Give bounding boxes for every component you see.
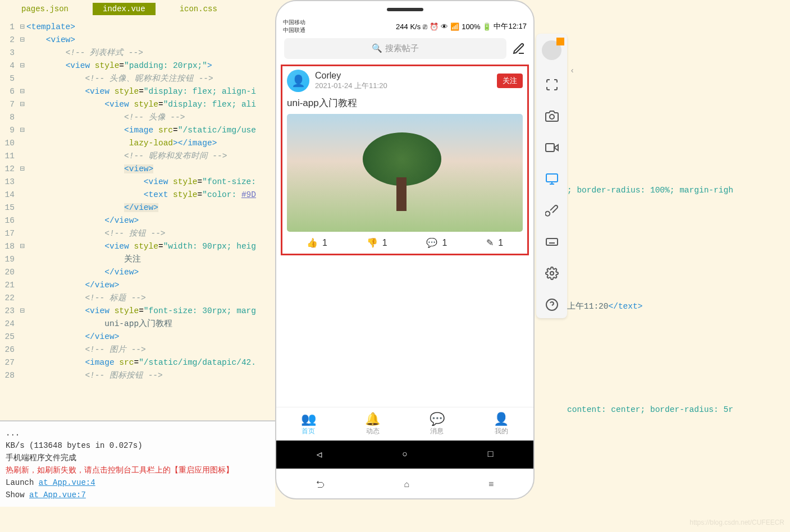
post-image[interactable] xyxy=(287,114,523,232)
watermark: https://blog.csdn.net/CUFEECR xyxy=(689,519,784,526)
android-navbar: ◁ ○ □ xyxy=(276,441,533,469)
back-button[interactable]: ◁ xyxy=(317,449,322,460)
tab-messages[interactable]: 💬 消息 xyxy=(430,412,445,436)
phone-notch xyxy=(387,8,423,11)
phone-preview: 中国移动 中国联通 244 K/s ⎚ ⏰ 👁 📶 100% 🔋 中午12:17… xyxy=(275,0,535,499)
tab-icon-css[interactable]: icon.css xyxy=(170,3,227,15)
tab-home[interactable]: 👥 首页 xyxy=(301,412,316,436)
post-card: 👤 Corley 2021-01-24 上午11:20 关注 uni-app入门… xyxy=(281,65,529,255)
tab-index-vue[interactable]: index.vue xyxy=(93,3,156,15)
svg-rect-2 xyxy=(546,174,558,182)
camera-icon[interactable] xyxy=(545,109,559,123)
tab-pages-json[interactable]: pages.json xyxy=(11,3,79,15)
brush-icon[interactable] xyxy=(545,204,559,217)
console-warning: 热刷新，如刷新失败，请点击控制台工具栏上的【重启应用图标】 xyxy=(6,464,270,476)
inspect-icon[interactable] xyxy=(545,172,559,186)
console-line: Launch at App.vue:4 xyxy=(6,476,270,489)
svg-point-0 xyxy=(550,114,554,119)
compose-icon[interactable] xyxy=(512,42,526,56)
searchbar: 🔍 搜索帖子 xyxy=(276,35,533,62)
user-avatar[interactable] xyxy=(542,40,561,60)
tabbar: 👥 首页 🔔 动态 💬 消息 👤 我的 xyxy=(276,407,533,441)
emu-menu-icon[interactable]: ≡ xyxy=(488,480,494,490)
svg-point-4 xyxy=(550,272,554,275)
cast-icon: ⎚ xyxy=(423,22,427,31)
people-icon: 👥 xyxy=(301,412,316,426)
avatar[interactable]: 👤 xyxy=(287,70,309,92)
svg-rect-3 xyxy=(546,239,558,245)
post-timestamp: 2021-01-24 上午11:20 xyxy=(315,81,491,91)
video-icon[interactable] xyxy=(545,141,559,154)
fullscreen-icon[interactable] xyxy=(545,78,559,91)
tab-profile[interactable]: 👤 我的 xyxy=(494,412,509,436)
help-icon[interactable] xyxy=(545,298,559,311)
keyboard-icon[interactable] xyxy=(545,235,559,249)
comment-button[interactable]: 💬 1 xyxy=(426,237,447,248)
collapse-chevron-icon[interactable]: ‹ xyxy=(570,66,574,75)
share-icon: ✎ xyxy=(486,237,494,248)
emu-back-icon[interactable]: ⮌ xyxy=(316,480,325,490)
search-icon: 🔍 xyxy=(372,43,382,53)
follow-button[interactable]: 关注 xyxy=(497,74,523,88)
thumbsup-icon: 👍 xyxy=(307,237,318,248)
chat-icon: 💬 xyxy=(430,412,445,426)
thumbsdown-icon: 👎 xyxy=(367,237,378,248)
console-line: KB/s (113648 bytes in 0.027s) xyxy=(6,439,270,452)
like-button[interactable]: 👍 1 xyxy=(307,237,327,248)
wifi-icon: 📶 xyxy=(450,22,459,31)
console-line: 手机端程序文件完成 xyxy=(6,452,270,464)
console-panel: ... KB/s (113648 bytes in 0.027s) 手机端程序文… xyxy=(0,420,275,507)
dislike-button[interactable]: 👎 1 xyxy=(367,237,387,248)
tab-feed[interactable]: 🔔 动态 xyxy=(365,412,380,436)
username[interactable]: Corley xyxy=(315,71,491,81)
settings-icon[interactable] xyxy=(545,267,559,280)
post-title[interactable]: uni-app入门教程 xyxy=(287,97,523,109)
emulator-navbar: ⮌ ⌂ ≡ xyxy=(276,471,533,498)
emu-home-icon[interactable]: ⌂ xyxy=(404,480,409,490)
comment-icon: 💬 xyxy=(426,237,437,248)
console-line: ... xyxy=(6,427,270,439)
home-button[interactable]: ○ xyxy=(402,450,408,460)
console-link[interactable]: at App.vue:7 xyxy=(29,490,86,499)
statusbar: 中国移动 中国联通 244 K/s ⎚ ⏰ 👁 📶 100% 🔋 中午12:17 xyxy=(276,18,533,35)
alarm-icon: ⏰ xyxy=(430,22,439,31)
devtools-sidebar xyxy=(536,34,567,318)
console-line: Show at App.vue:7 xyxy=(6,489,270,501)
share-button[interactable]: ✎ 1 xyxy=(486,237,503,248)
search-input[interactable]: 🔍 搜索帖子 xyxy=(284,38,506,59)
battery-icon: 🔋 xyxy=(482,22,491,31)
user-icon: 👤 xyxy=(494,412,509,426)
console-link[interactable]: at App.vue:4 xyxy=(39,478,95,487)
recent-button[interactable]: □ xyxy=(488,450,494,460)
eye-icon: 👁 xyxy=(441,22,448,31)
bell-icon: 🔔 xyxy=(365,412,380,426)
svg-rect-1 xyxy=(546,144,554,152)
code-overflow-right: ; border-radius: 100%; margin-righ 上午11:… xyxy=(567,29,733,532)
